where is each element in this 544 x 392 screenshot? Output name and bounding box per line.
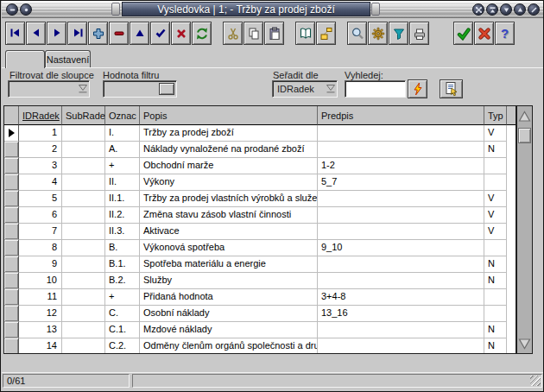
close-button[interactable] [474, 22, 494, 45]
cell-popis: Náklady vynaložené na prodané zboží [140, 142, 318, 158]
window-menu-button[interactable] [6, 3, 18, 16]
options-dot-icon [22, 6, 30, 14]
arrow-down-icon [503, 6, 510, 14]
cell-oznac: + [105, 158, 140, 174]
cell-predpis: 1-2 [318, 158, 484, 174]
cut-button[interactable] [223, 22, 243, 45]
table-row[interactable]: 13 C.1. Mzdové náklady N [4, 322, 516, 338]
edit-record-button[interactable] [130, 22, 149, 45]
vertical-scrollbar[interactable] [516, 105, 533, 354]
copy-button[interactable] [244, 22, 263, 45]
cell-typ [484, 306, 507, 322]
cell-idradek: 1 [19, 125, 62, 142]
cancel-record-button[interactable] [171, 22, 191, 45]
window-maximize-button[interactable] [472, 3, 484, 16]
window-raise-button[interactable] [514, 3, 526, 16]
cell-typ: V [484, 191, 507, 207]
cell-subradek [62, 174, 105, 191]
cell-filler [507, 125, 516, 142]
cell-subradek [62, 224, 105, 240]
column-header-idradek[interactable]: IDRadek [19, 106, 62, 125]
table-row[interactable]: 6 II.2. Změna stavu zásob vlastní činnos… [4, 207, 516, 224]
last-record-button[interactable] [67, 22, 87, 45]
tab-main[interactable] [5, 50, 45, 68]
paste-button[interactable] [264, 22, 284, 45]
cell-typ: V [484, 125, 507, 142]
settings-button[interactable] [368, 22, 388, 45]
table-row[interactable]: 3 + Obchodní marže 1-2 [4, 158, 516, 174]
cell-filler [507, 158, 516, 174]
print-button[interactable] [409, 22, 429, 45]
links-button[interactable] [316, 22, 336, 45]
cell-popis: Výkonová spotřeba [140, 240, 318, 256]
table-row[interactable]: 9 B.1. Spotřeba materiálu a energie N [4, 256, 516, 273]
browse-button[interactable] [295, 22, 315, 45]
cell-predpis [318, 191, 484, 207]
printer-icon [413, 27, 427, 41]
resize-grip[interactable] [530, 376, 541, 386]
cell-filler [507, 191, 516, 207]
sort-by-combo[interactable]: IDRadek [272, 80, 338, 98]
filter-column-combo[interactable] [8, 80, 90, 98]
table-row[interactable]: 8 B. Výkonová spotřeba 9_10 [4, 240, 516, 256]
cell-oznac: B. [105, 240, 140, 256]
cell-predpis [318, 256, 484, 273]
cell-predpis: 5_7 [318, 174, 484, 191]
ok-button[interactable] [453, 22, 473, 45]
search-input[interactable] [345, 80, 406, 98]
table-row[interactable]: 14 C.2. Odměny členům orgánů společnosti… [4, 338, 516, 354]
grid-header: IDRadek SubRadek Oznac Popis Predpis Typ [4, 106, 516, 125]
table-row[interactable]: 1 I. Tržby za prodej zboží V [4, 125, 516, 142]
delete-record-button[interactable] [109, 22, 129, 45]
column-header-subradek[interactable]: SubRadek [62, 106, 105, 125]
window-close-button[interactable] [528, 3, 540, 16]
first-record-button[interactable] [5, 22, 25, 45]
row-indicator [4, 142, 19, 158]
window-shade-button[interactable] [486, 3, 498, 16]
title-bar[interactable]: Vysledovka | 1; - Tržby za prodej zboží [2, 1, 544, 18]
window-lower-button[interactable] [500, 3, 512, 16]
post-record-button[interactable] [150, 22, 170, 45]
scrollbar-thumb[interactable] [518, 128, 531, 143]
cell-idradek: 9 [19, 256, 62, 273]
scroll-down-icon [518, 337, 531, 350]
cell-idradek: 12 [19, 306, 62, 322]
next-record-button[interactable] [47, 22, 66, 45]
cell-filler [507, 142, 516, 158]
prior-record-button[interactable] [26, 22, 46, 45]
filter-value-picker-button[interactable] [159, 83, 174, 95]
column-header-popis[interactable]: Popis [140, 106, 318, 125]
cell-subradek [62, 125, 105, 142]
insert-record-button[interactable] [88, 22, 108, 45]
scroll-down-button[interactable] [517, 332, 532, 353]
magnifier-icon [351, 27, 364, 41]
table-row[interactable]: 12 C. Osobní náklady 13_16 [4, 306, 516, 322]
column-header-predpis[interactable]: Predpis [318, 106, 484, 125]
quick-search-button[interactable] [408, 79, 427, 98]
column-header-oznac[interactable]: Oznac [105, 106, 140, 125]
table-row[interactable]: 4 II. Výkony 5_7 [4, 174, 516, 191]
help-button[interactable]: ? [495, 22, 515, 45]
cell-subradek [62, 158, 105, 174]
window-options-button[interactable] [20, 3, 32, 16]
filter-value-field[interactable] [103, 80, 177, 98]
filter-button[interactable] [389, 22, 408, 45]
column-header-typ[interactable]: Typ [484, 106, 507, 125]
table-row[interactable]: 7 II.3. Aktivace V [4, 224, 516, 240]
refresh-button[interactable] [192, 22, 212, 45]
filter-value-label: Hodnota filtru [103, 70, 159, 80]
table-row[interactable]: 2 A. Náklady vynaložené na prodané zboží… [4, 142, 516, 158]
arrow-up-icon [516, 6, 524, 14]
cell-typ: N [484, 256, 507, 273]
table-row[interactable]: 11 + Přidaná hodnota 3+4-8 [4, 289, 516, 306]
table-row[interactable]: 10 B.2. Služby N [4, 273, 516, 289]
cell-idradek: 7 [19, 224, 62, 240]
tab-nastaveni[interactable]: Nastavení [45, 50, 91, 67]
search-button[interactable] [347, 22, 367, 45]
row-indicator [4, 289, 19, 306]
cell-oznac: II.1. [105, 191, 140, 207]
cell-oznac: II. [105, 174, 140, 191]
report-button[interactable] [440, 79, 463, 98]
scroll-up-button[interactable] [517, 106, 532, 127]
table-row[interactable]: 5 II.1. Tržby za prodej vlastních výrobk… [4, 191, 516, 207]
